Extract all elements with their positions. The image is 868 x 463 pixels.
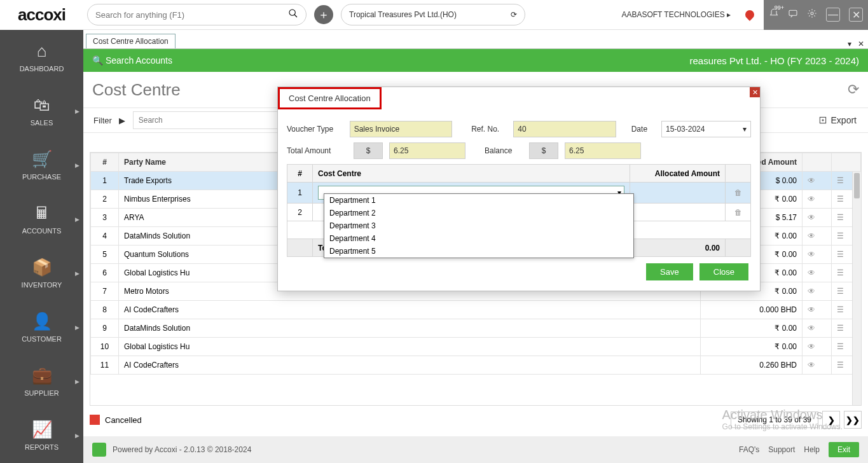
company-selector[interactable]: Tropical Treasures Pvt Ltd.(HO) ⟳: [341, 4, 525, 25]
voucher-type-value: Sales Invoice: [350, 121, 453, 137]
status-row: Cancelled Showing 1 to 39 of 39 ❯ ❯❯: [90, 407, 862, 432]
pager-last[interactable]: ❯❯: [844, 411, 862, 429]
refresh-icon[interactable]: ⟳: [848, 81, 859, 98]
chart-icon: 📈: [32, 420, 52, 439]
tab-menu-icon[interactable]: ▾: [848, 39, 851, 48]
row-index: 7: [91, 282, 119, 301]
sidebar-item-dashboard[interactable]: ⌂DASHBOARD: [0, 30, 83, 84]
minimize-button[interactable]: —: [826, 8, 840, 22]
svg-point-0: [289, 10, 295, 15]
search-accounts-link[interactable]: 🔍 Search Accounts: [92, 55, 172, 66]
sidebar-label: DASHBOARD: [20, 65, 64, 73]
row-amount: ₹ 0.00: [701, 319, 803, 338]
chat-icon[interactable]: [788, 8, 798, 21]
dropdown-option[interactable]: Department 1: [324, 194, 633, 207]
row-party: AI CodeCrafters: [119, 356, 701, 375]
modal-close-button[interactable]: ✕: [750, 87, 760, 97]
modal-row-amount[interactable]: [630, 183, 726, 204]
view-icon[interactable]: 👁: [803, 282, 832, 301]
mcol-index: #: [287, 165, 313, 183]
tab-cost-centre-allocation[interactable]: Cost Centre Allocation: [86, 34, 176, 48]
brand-accent-icon: [742, 7, 757, 22]
sidebar-item-sales[interactable]: 🛍SALES▶: [0, 84, 83, 138]
filter-label[interactable]: Filter ▶: [90, 116, 129, 125]
chevron-right-icon: ▶: [75, 432, 79, 439]
delete-row-button[interactable]: 🗑: [726, 204, 751, 221]
global-search[interactable]: [87, 4, 307, 25]
vertical-scrollbar[interactable]: [852, 172, 861, 405]
sidebar-item-accounts[interactable]: 🖩ACCOUNTS▶: [0, 192, 83, 246]
dropdown-option[interactable]: Department 4: [324, 232, 633, 245]
sidebar-label: INVENTORY: [22, 281, 62, 289]
footer-help[interactable]: Help: [804, 445, 820, 454]
close-window-button[interactable]: ✕: [849, 8, 863, 22]
view-icon[interactable]: 👁: [803, 209, 832, 227]
row-party: AI CodeCrafters: [119, 301, 701, 319]
row-party: Global Logistics Hu: [119, 338, 701, 356]
view-icon[interactable]: 👁: [803, 245, 832, 264]
dropdown-option[interactable]: Department 2: [324, 207, 633, 219]
view-icon[interactable]: 👁: [803, 338, 832, 356]
sidebar-item-reports[interactable]: 📈REPORTS▶: [0, 408, 83, 462]
bell-icon[interactable]: [769, 8, 779, 21]
gear-icon[interactable]: [807, 8, 817, 21]
sidebar: ⌂DASHBOARD 🛍SALES▶ 🛒PURCHASE▶ 🖩ACCOUNTS▶…: [0, 30, 83, 463]
page-title: Cost Centre: [92, 80, 181, 100]
col-index[interactable]: #: [91, 153, 119, 172]
search-icon[interactable]: [288, 8, 298, 21]
row-amount: ₹ 0.00: [701, 338, 803, 356]
modal-row-amount[interactable]: [630, 204, 726, 221]
table-row[interactable]: 11AI CodeCrafters0.260 BHD👁☰: [91, 356, 861, 375]
home-icon: ⌂: [37, 41, 47, 61]
footer-powered: Powered by Accoxi - 2.0.13 © 2018-2024: [113, 445, 251, 454]
sidebar-label: SALES: [31, 119, 53, 127]
close-button[interactable]: Close: [699, 263, 748, 280]
global-search-input[interactable]: [95, 10, 288, 20]
table-row[interactable]: 9DataMinds Solution₹ 0.00👁☰: [91, 319, 861, 338]
cost-centre-dropdown-list[interactable]: Department 1Department 2Department 3Depa…: [324, 193, 634, 258]
view-icon[interactable]: 👁: [803, 264, 832, 282]
chevron-right-icon: ▶: [75, 108, 79, 114]
sync-icon[interactable]: ⟳: [511, 10, 517, 19]
row-amount: 0.260 BHD: [701, 356, 803, 375]
export-button[interactable]: Export: [813, 113, 862, 128]
table-row[interactable]: 10Global Logistics Hu₹ 0.00👁☰: [91, 338, 861, 356]
view-icon[interactable]: 👁: [803, 356, 832, 375]
calculator-icon: 🖩: [34, 204, 50, 223]
save-button[interactable]: Save: [646, 263, 693, 280]
modal-row-index: 2: [287, 204, 313, 221]
view-icon[interactable]: 👁: [803, 301, 832, 319]
dropdown-option[interactable]: Department 3: [324, 219, 633, 232]
balance-value: 6.25: [565, 142, 641, 159]
tab-close-icon[interactable]: ✕: [858, 39, 864, 48]
sidebar-label: CUSTOMER: [22, 335, 62, 343]
logo[interactable]: accoxi: [0, 0, 83, 30]
footer-exit[interactable]: Exit: [829, 442, 859, 457]
view-icon[interactable]: 👁: [803, 190, 832, 209]
sidebar-item-purchase[interactable]: 🛒PURCHASE▶: [0, 138, 83, 192]
logo-text: accoxi: [18, 5, 65, 25]
sidebar-item-supplier[interactable]: 💼SUPPLIER▶: [0, 354, 83, 408]
view-icon[interactable]: 👁: [803, 227, 832, 245]
sidebar-item-customer[interactable]: 👤CUSTOMER▶: [0, 300, 83, 354]
dropdown-option[interactable]: Department 5: [324, 245, 633, 258]
svg-line-1: [294, 15, 297, 17]
row-index: 2: [91, 190, 119, 209]
footer-brand-icon: [92, 443, 106, 457]
pager-next[interactable]: ❯: [822, 411, 840, 429]
tenant-name[interactable]: AABASOFT TECHNOLOGIES ▸: [621, 10, 731, 19]
row-index: 9: [91, 319, 119, 338]
row-index: 11: [91, 356, 119, 375]
view-icon[interactable]: 👁: [803, 172, 832, 190]
footer: Powered by Accoxi - 2.0.13 © 2018-2024 F…: [83, 436, 868, 463]
view-icon[interactable]: 👁: [803, 319, 832, 338]
row-index: 8: [91, 301, 119, 319]
sidebar-item-inventory[interactable]: 📦INVENTORY▶: [0, 246, 83, 300]
table-row[interactable]: 8AI CodeCrafters0.000 BHD👁☰: [91, 301, 861, 319]
delete-row-button[interactable]: 🗑: [726, 183, 751, 204]
footer-faq[interactable]: FAQ's: [739, 445, 759, 454]
chevron-right-icon: ▶: [75, 162, 79, 169]
add-button[interactable]: ＋: [314, 5, 333, 24]
footer-support[interactable]: Support: [768, 445, 795, 454]
date-picker[interactable]: 15-03-2024▾: [661, 121, 751, 137]
